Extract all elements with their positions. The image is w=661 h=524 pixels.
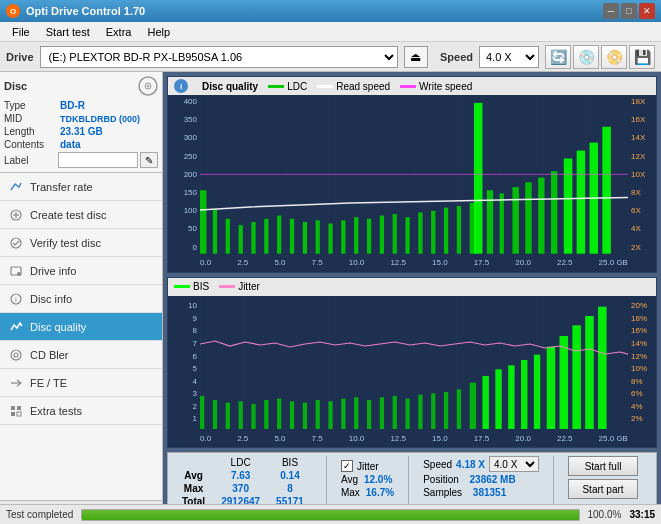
chart1-header: i Disc quality LDC Read speed Write spee… [168, 77, 656, 95]
svg-rect-62 [277, 398, 281, 429]
menu-start-test[interactable]: Start test [38, 24, 98, 40]
svg-rect-46 [525, 182, 531, 253]
chart2-legend-bis: BIS [174, 281, 209, 292]
nav-item-verify-test-disc[interactable]: Verify test disc [0, 229, 162, 257]
svg-rect-81 [521, 360, 527, 429]
svg-rect-60 [251, 404, 255, 429]
jitter-max-label: Max [341, 487, 360, 498]
maximize-button[interactable]: □ [621, 3, 637, 19]
disc-label-button[interactable]: ✎ [140, 152, 158, 168]
start-full-button[interactable]: Start full [568, 456, 638, 476]
svg-rect-33 [367, 219, 371, 254]
stats-avg-ldc: 7.63 [213, 469, 268, 482]
svg-rect-34 [380, 216, 384, 254]
disc-label-input[interactable] [58, 152, 138, 168]
svg-text:i: i [15, 295, 17, 304]
verify-test-disc-icon [8, 235, 24, 251]
nav-label-disc-quality: Disc quality [30, 321, 86, 333]
disc-length-key: Length [4, 126, 60, 137]
position-label: Position [423, 474, 459, 485]
svg-rect-70 [380, 397, 384, 429]
svg-rect-84 [560, 336, 569, 429]
drive-label: Drive [6, 51, 34, 63]
jitter-max-val: 16.7% [366, 487, 394, 498]
svg-rect-57 [213, 400, 217, 429]
title-bar: O Opti Drive Control 1.70 ─ □ ✕ [0, 0, 661, 22]
svg-rect-85 [572, 325, 581, 429]
svg-rect-17 [17, 412, 21, 416]
status-text: Test completed [6, 509, 73, 520]
svg-rect-59 [239, 401, 243, 429]
stats-max-label: Max [174, 482, 213, 495]
chart1-legend-read: Read speed [317, 81, 390, 92]
menu-help[interactable]: Help [139, 24, 178, 40]
disc-panel-icon [138, 76, 158, 96]
jitter-section: ✓ Jitter [341, 458, 394, 472]
media-button[interactable]: 📀 [601, 45, 627, 69]
svg-rect-39 [444, 208, 448, 254]
speed-select-stats[interactable]: 4.0 X [489, 456, 539, 472]
drive-select[interactable]: (E:) PLEXTOR BD-R PX-LB950SA 1.06 [40, 46, 398, 68]
cd-bler-icon [8, 347, 24, 363]
jitter-max-row: Max 16.7% [341, 487, 394, 498]
sidebar: Disc Type BD-R MID TDKBLDRBD (000) Leng [0, 72, 163, 524]
close-button[interactable]: ✕ [639, 3, 655, 19]
chart2-header: BIS Jitter [168, 278, 656, 296]
svg-rect-22 [226, 219, 230, 254]
svg-rect-83 [547, 346, 556, 429]
main-layout: Disc Type BD-R MID TDKBLDRBD (000) Leng [0, 72, 661, 524]
drive-bar: Drive (E:) PLEXTOR BD-R PX-LB950SA 1.06 … [0, 42, 661, 72]
start-part-button[interactable]: Start part [568, 479, 638, 499]
nav-item-extra-tests[interactable]: Extra tests [0, 397, 162, 425]
nav-item-create-test-disc[interactable]: Create test disc [0, 201, 162, 229]
disc-label-row: Label ✎ [4, 152, 158, 168]
disc-mid-key: MID [4, 113, 60, 124]
svg-rect-76 [457, 389, 461, 429]
minimize-button[interactable]: ─ [603, 3, 619, 19]
nav-item-disc-info[interactable]: i Disc info [0, 285, 162, 313]
svg-rect-61 [264, 400, 268, 429]
disc-button[interactable]: 💿 [573, 45, 599, 69]
toolbar-icons: 🔄 💿 📀 💾 [545, 45, 655, 69]
refresh-button[interactable]: 🔄 [545, 45, 571, 69]
speed-select[interactable]: 4.0 X [479, 46, 539, 68]
disc-type-val: BD-R [60, 100, 85, 111]
svg-point-6 [11, 238, 21, 248]
jitter-avg-row: Avg 12.0% [341, 474, 394, 485]
svg-point-11 [11, 350, 21, 360]
chart1-title: Disc quality [202, 81, 258, 92]
menu-file[interactable]: File [4, 24, 38, 40]
chart1-write-label: Write speed [419, 81, 472, 92]
svg-rect-73 [418, 394, 422, 429]
svg-rect-56 [200, 396, 204, 429]
chart-panel-1: i Disc quality LDC Read speed Write spee… [167, 76, 657, 273]
speed-label: Speed [440, 51, 473, 63]
eject-button[interactable]: ⏏ [404, 46, 428, 68]
stats-avg-bis: 0.14 [268, 469, 312, 482]
save-button[interactable]: 💾 [629, 45, 655, 69]
nav-item-cd-bler[interactable]: CD Bler [0, 341, 162, 369]
samples-val: 381351 [473, 487, 506, 498]
chart1-read-label: Read speed [336, 81, 390, 92]
svg-rect-77 [470, 382, 476, 429]
disc-type-key: Type [4, 100, 60, 111]
svg-rect-68 [354, 397, 358, 429]
nav-item-drive-info[interactable]: Drive info [0, 257, 162, 285]
nav-item-fe-te[interactable]: FE / TE [0, 369, 162, 397]
position-row: Position 23862 MB [423, 474, 539, 485]
menu-extra[interactable]: Extra [98, 24, 140, 40]
nav-label-create-test-disc: Create test disc [30, 209, 106, 221]
nav-item-transfer-rate[interactable]: Transfer rate [0, 173, 162, 201]
nav-item-disc-quality[interactable]: Disc quality [0, 313, 162, 341]
svg-rect-30 [328, 224, 332, 254]
speed-row: Speed 4.18 X 4.0 X [423, 456, 539, 472]
chart2-jitter-label: Jitter [238, 281, 260, 292]
stats-max-bis: 8 [268, 482, 312, 495]
chart1-svg [200, 95, 628, 254]
chart1-legend-ldc: LDC [268, 81, 307, 92]
chart2-yaxis-right: 20%18%16%14%12%10%8%6%4%2% [628, 296, 656, 429]
jitter-checkbox[interactable]: ✓ [341, 460, 353, 472]
disc-contents-val: data [60, 139, 81, 150]
svg-rect-24 [251, 222, 255, 254]
jitter-label: Jitter [357, 461, 379, 472]
